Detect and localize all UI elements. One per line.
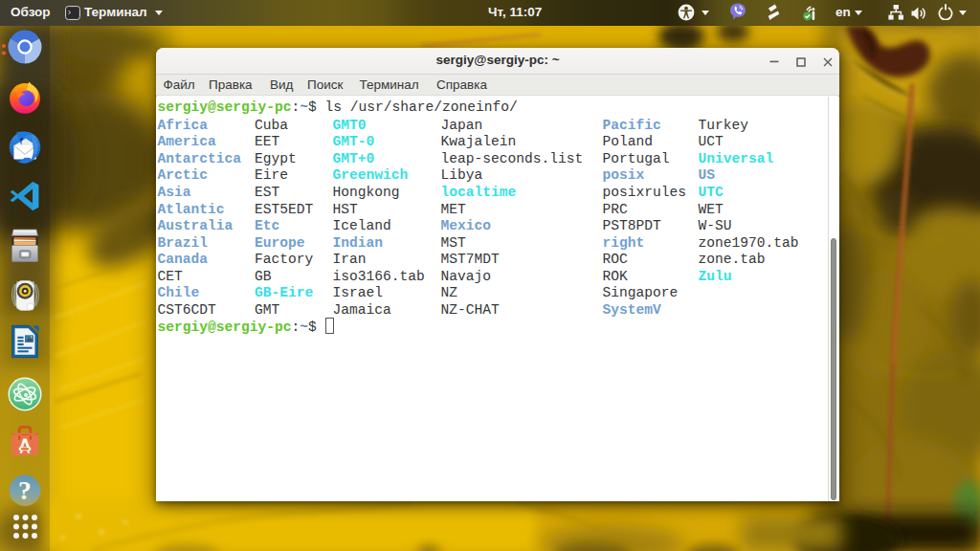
svg-text:?: ? [18,475,32,505]
